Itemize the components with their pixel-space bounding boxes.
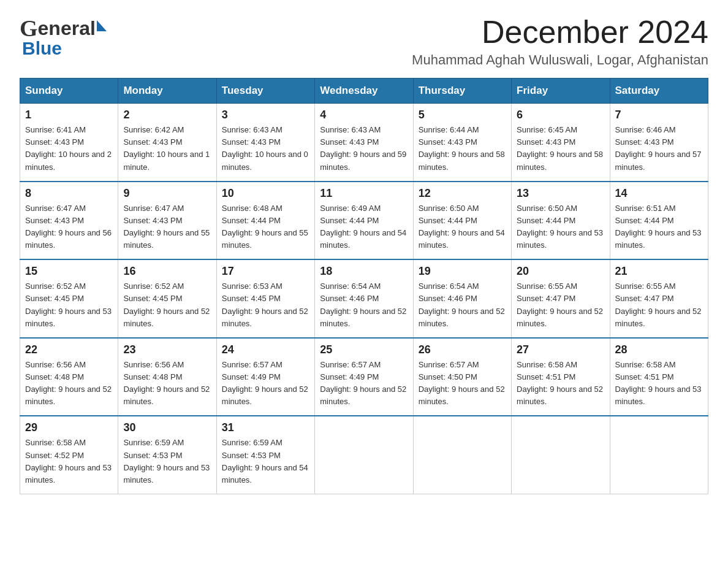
day-number: 2 <box>123 109 211 121</box>
calendar-cell: 28Sunrise: 6:58 AMSunset: 4:51 PMDayligh… <box>610 338 708 416</box>
calendar-cell: 20Sunrise: 6:55 AMSunset: 4:47 PMDayligh… <box>512 259 610 338</box>
page-header: G eneral Blue December 2024 Muhammad Agh… <box>20 15 708 68</box>
day-info: Sunrise: 6:57 AMSunset: 4:49 PMDaylight:… <box>320 359 408 408</box>
day-info: Sunrise: 6:58 AMSunset: 4:51 PMDaylight:… <box>517 359 604 408</box>
calendar-cell: 5Sunrise: 6:44 AMSunset: 4:43 PMDaylight… <box>413 104 511 182</box>
day-number: 5 <box>419 109 506 121</box>
day-number: 30 <box>123 421 211 434</box>
calendar-cell: 12Sunrise: 6:50 AMSunset: 4:44 PMDayligh… <box>413 182 511 260</box>
calendar-cell: 29Sunrise: 6:58 AMSunset: 4:52 PMDayligh… <box>20 416 118 494</box>
day-info: Sunrise: 6:50 AMSunset: 4:44 PMDaylight:… <box>517 202 604 252</box>
day-number: 9 <box>123 187 211 200</box>
calendar-cell: 17Sunrise: 6:53 AMSunset: 4:45 PMDayligh… <box>216 259 314 338</box>
day-info: Sunrise: 6:43 AMSunset: 4:43 PMDaylight:… <box>320 124 408 174</box>
week-row-3: 15Sunrise: 6:52 AMSunset: 4:45 PMDayligh… <box>20 259 708 338</box>
calendar-table: SundayMondayTuesdayWednesdayThursdayFrid… <box>20 78 708 494</box>
day-number: 13 <box>517 187 604 200</box>
day-number: 27 <box>517 343 604 356</box>
day-info: Sunrise: 6:45 AMSunset: 4:43 PMDaylight:… <box>517 124 604 174</box>
day-number: 20 <box>517 265 604 278</box>
week-row-5: 29Sunrise: 6:58 AMSunset: 4:52 PMDayligh… <box>20 416 708 494</box>
calendar-cell: 16Sunrise: 6:52 AMSunset: 4:45 PMDayligh… <box>118 259 216 338</box>
calendar-cell: 18Sunrise: 6:54 AMSunset: 4:46 PMDayligh… <box>315 259 413 338</box>
day-number: 29 <box>25 421 113 434</box>
calendar-cell: 4Sunrise: 6:43 AMSunset: 4:43 PMDaylight… <box>315 104 413 182</box>
day-info: Sunrise: 6:46 AMSunset: 4:43 PMDaylight:… <box>615 124 703 174</box>
day-info: Sunrise: 6:47 AMSunset: 4:43 PMDaylight:… <box>123 202 211 252</box>
day-info: Sunrise: 6:43 AMSunset: 4:43 PMDaylight:… <box>222 124 309 174</box>
day-info: Sunrise: 6:54 AMSunset: 4:46 PMDaylight:… <box>419 280 506 330</box>
calendar-cell: 14Sunrise: 6:51 AMSunset: 4:44 PMDayligh… <box>610 182 708 260</box>
calendar-cell: 26Sunrise: 6:57 AMSunset: 4:50 PMDayligh… <box>413 338 511 416</box>
day-number: 22 <box>25 343 113 356</box>
day-number: 24 <box>222 343 309 356</box>
day-info: Sunrise: 6:44 AMSunset: 4:43 PMDaylight:… <box>419 124 506 174</box>
calendar-cell: 8Sunrise: 6:47 AMSunset: 4:43 PMDaylight… <box>20 182 118 260</box>
calendar-cell: 31Sunrise: 6:59 AMSunset: 4:53 PMDayligh… <box>216 416 314 494</box>
day-number: 1 <box>25 109 113 121</box>
day-number: 7 <box>615 109 703 121</box>
weekday-header-thursday: Thursday <box>413 79 511 104</box>
day-number: 31 <box>222 421 309 434</box>
calendar-cell: 7Sunrise: 6:46 AMSunset: 4:43 PMDaylight… <box>610 104 708 182</box>
week-row-4: 22Sunrise: 6:56 AMSunset: 4:48 PMDayligh… <box>20 338 708 416</box>
day-info: Sunrise: 6:55 AMSunset: 4:47 PMDaylight:… <box>615 280 703 330</box>
day-info: Sunrise: 6:59 AMSunset: 4:53 PMDaylight:… <box>123 437 211 486</box>
weekday-header-saturday: Saturday <box>610 79 708 104</box>
day-number: 21 <box>615 265 703 278</box>
title-block: December 2024 Muhammad Aghah Wuluswali, … <box>412 15 708 68</box>
day-number: 12 <box>419 187 506 200</box>
day-info: Sunrise: 6:52 AMSunset: 4:45 PMDaylight:… <box>25 280 113 330</box>
calendar-cell: 19Sunrise: 6:54 AMSunset: 4:46 PMDayligh… <box>413 259 511 338</box>
calendar-cell: 27Sunrise: 6:58 AMSunset: 4:51 PMDayligh… <box>512 338 610 416</box>
weekday-header-tuesday: Tuesday <box>216 79 314 104</box>
calendar-cell: 1Sunrise: 6:41 AMSunset: 4:43 PMDaylight… <box>20 104 118 182</box>
day-info: Sunrise: 6:42 AMSunset: 4:43 PMDaylight:… <box>123 124 211 174</box>
day-number: 15 <box>25 265 113 278</box>
day-info: Sunrise: 6:56 AMSunset: 4:48 PMDaylight:… <box>25 359 113 408</box>
logo-blue: Blue <box>20 38 62 59</box>
day-number: 18 <box>320 265 408 278</box>
calendar-cell <box>413 416 511 494</box>
calendar-cell: 25Sunrise: 6:57 AMSunset: 4:49 PMDayligh… <box>315 338 413 416</box>
day-number: 17 <box>222 265 309 278</box>
location-title: Muhammad Aghah Wuluswali, Logar, Afghani… <box>412 52 708 68</box>
day-info: Sunrise: 6:41 AMSunset: 4:43 PMDaylight:… <box>25 124 113 174</box>
calendar-cell: 22Sunrise: 6:56 AMSunset: 4:48 PMDayligh… <box>20 338 118 416</box>
day-info: Sunrise: 6:54 AMSunset: 4:46 PMDaylight:… <box>320 280 408 330</box>
day-number: 3 <box>222 109 309 121</box>
calendar-cell: 10Sunrise: 6:48 AMSunset: 4:44 PMDayligh… <box>216 182 314 260</box>
day-number: 25 <box>320 343 408 356</box>
day-info: Sunrise: 6:51 AMSunset: 4:44 PMDaylight:… <box>615 202 703 252</box>
day-info: Sunrise: 6:57 AMSunset: 4:50 PMDaylight:… <box>419 359 506 408</box>
day-info: Sunrise: 6:47 AMSunset: 4:43 PMDaylight:… <box>25 202 113 252</box>
day-info: Sunrise: 6:58 AMSunset: 4:52 PMDaylight:… <box>25 437 113 486</box>
calendar-cell <box>512 416 610 494</box>
day-info: Sunrise: 6:56 AMSunset: 4:48 PMDaylight:… <box>123 359 211 408</box>
day-number: 10 <box>222 187 309 200</box>
weekday-header-row: SundayMondayTuesdayWednesdayThursdayFrid… <box>20 79 708 104</box>
day-info: Sunrise: 6:59 AMSunset: 4:53 PMDaylight:… <box>222 437 309 486</box>
day-number: 16 <box>123 265 211 278</box>
day-number: 11 <box>320 187 408 200</box>
calendar-cell: 9Sunrise: 6:47 AMSunset: 4:43 PMDaylight… <box>118 182 216 260</box>
calendar-cell: 6Sunrise: 6:45 AMSunset: 4:43 PMDaylight… <box>512 104 610 182</box>
day-info: Sunrise: 6:57 AMSunset: 4:49 PMDaylight:… <box>222 359 309 408</box>
day-number: 14 <box>615 187 703 200</box>
day-number: 28 <box>615 343 703 356</box>
day-info: Sunrise: 6:49 AMSunset: 4:44 PMDaylight:… <box>320 202 408 252</box>
day-info: Sunrise: 6:53 AMSunset: 4:45 PMDaylight:… <box>222 280 309 330</box>
day-info: Sunrise: 6:48 AMSunset: 4:44 PMDaylight:… <box>222 202 309 252</box>
calendar-cell: 24Sunrise: 6:57 AMSunset: 4:49 PMDayligh… <box>216 338 314 416</box>
calendar-cell: 3Sunrise: 6:43 AMSunset: 4:43 PMDaylight… <box>216 104 314 182</box>
day-number: 26 <box>419 343 506 356</box>
logo-triangle-icon <box>97 20 107 31</box>
day-info: Sunrise: 6:50 AMSunset: 4:44 PMDaylight:… <box>419 202 506 252</box>
weekday-header-monday: Monday <box>118 79 216 104</box>
calendar-cell <box>610 416 708 494</box>
calendar-cell: 30Sunrise: 6:59 AMSunset: 4:53 PMDayligh… <box>118 416 216 494</box>
day-info: Sunrise: 6:52 AMSunset: 4:45 PMDaylight:… <box>123 280 211 330</box>
week-row-1: 1Sunrise: 6:41 AMSunset: 4:43 PMDaylight… <box>20 104 708 182</box>
calendar-cell: 11Sunrise: 6:49 AMSunset: 4:44 PMDayligh… <box>315 182 413 260</box>
day-number: 19 <box>419 265 506 278</box>
